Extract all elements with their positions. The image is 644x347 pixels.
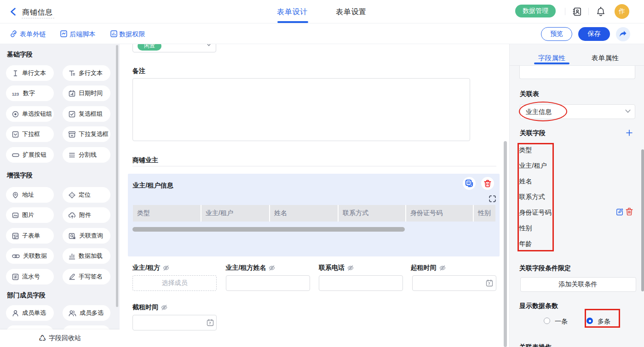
svg-text:123: 123 bbox=[12, 91, 19, 96]
